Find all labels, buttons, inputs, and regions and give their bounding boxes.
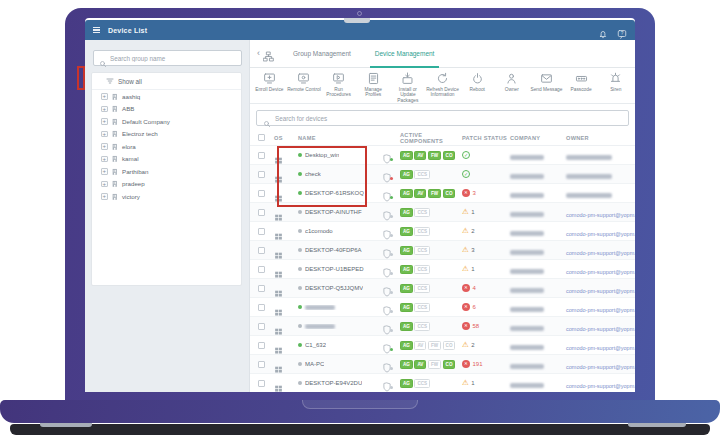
device-name[interactable]: DESKTOP-Q5JJQMV <box>305 285 363 291</box>
owner-email-link[interactable]: comodo-pm-support@yopm... <box>566 288 635 294</box>
device-search-input[interactable] <box>275 115 622 122</box>
toolbar-remote-control-button[interactable]: Remote Control <box>287 72 322 92</box>
row-checkbox[interactable] <box>258 304 265 311</box>
component-badge: CO <box>443 189 456 198</box>
table-row[interactable]: DESKTOP-E94V2DUAGCCS⚠1comodo-pm-support@… <box>250 374 635 392</box>
row-checkbox[interactable] <box>258 361 265 368</box>
device-name[interactable]: DESKTOP-U1BEPED <box>305 266 364 272</box>
toolbar-manage-profiles-button[interactable]: Manage Profiles <box>356 72 391 98</box>
annotation-edge-box <box>77 66 85 90</box>
owner-email-link[interactable]: comodo-pm-support@yopm... <box>566 250 635 256</box>
column-header: NAME <box>298 135 382 141</box>
table-row[interactable]: DESKTOP-40FDP6AAGCCS⚠3comodo-pm-support@… <box>250 241 635 260</box>
select-all-checkbox[interactable] <box>258 134 265 141</box>
row-checkbox[interactable] <box>258 285 265 292</box>
row-checkbox[interactable] <box>258 152 265 159</box>
toolbar-owner-button[interactable]: Owner <box>494 72 529 92</box>
sidebar-group-item[interactable]: +kamal <box>92 153 241 166</box>
table-row[interactable]: DESKTOP-U1BEPEDAGCCS⚠1comodo-pm-support@… <box>250 260 635 279</box>
device-name[interactable]: C1_632 <box>305 342 326 348</box>
expand-icon[interactable]: + <box>101 106 108 113</box>
laptop-lid-notch <box>302 400 418 409</box>
toolbar-send-message-button[interactable]: Send Message <box>529 72 564 92</box>
owner-email-link[interactable]: comodo-pm-support@yopm... <box>566 326 635 332</box>
group-list: +aashiq+ABB+Default Company+Electroz tec… <box>92 90 241 203</box>
owner-email-link[interactable]: comodo-pm-support@yopm... <box>566 345 635 351</box>
sidebar-group-item[interactable]: +victory <box>92 190 241 203</box>
redacted-company <box>510 155 544 160</box>
laptop-mockup: Device List ? Show all <box>0 0 720 435</box>
expand-icon[interactable]: + <box>101 181 108 188</box>
row-checkbox[interactable] <box>258 171 265 178</box>
owner-email-link[interactable]: comodo-pm-support@yopm... <box>566 364 635 370</box>
sidebar-group-item[interactable]: +elora <box>92 140 241 153</box>
device-name[interactable]: DESKTOP-40FDP6A <box>305 247 362 253</box>
menu-icon[interactable] <box>93 27 100 34</box>
owner-email-link[interactable]: comodo-pm-support@yopm... <box>566 212 635 218</box>
show-all-button[interactable]: Show all <box>92 73 241 90</box>
redacted-company <box>510 193 544 198</box>
sidebar-group-item[interactable]: +ABB <box>92 103 241 116</box>
patch-count: 58 <box>473 323 480 329</box>
sidebar-group-item[interactable]: +Default Company <box>92 115 241 128</box>
group-tree-icon[interactable] <box>263 48 274 59</box>
toolbar-button-label: Manage Profiles <box>356 87 391 99</box>
row-checkbox[interactable] <box>258 380 265 387</box>
row-checkbox[interactable] <box>258 342 265 349</box>
tab-device-management[interactable]: Device Management <box>370 40 440 68</box>
collapse-sidebar-icon[interactable]: ‹ <box>257 49 260 58</box>
row-checkbox[interactable] <box>258 209 265 216</box>
row-checkbox[interactable] <box>258 228 265 235</box>
company-cell <box>510 146 566 164</box>
device-name[interactable]: MA-PC <box>305 361 324 367</box>
row-checkbox[interactable] <box>258 266 265 273</box>
sidebar-group-item[interactable]: +pradeep <box>92 178 241 191</box>
owner-email-link[interactable]: comodo-pm-support@yopm... <box>566 307 635 313</box>
group-search-input[interactable] <box>110 55 236 62</box>
expand-icon[interactable]: + <box>101 156 108 163</box>
toolbar-siren-button[interactable]: Siren <box>598 72 633 92</box>
help-icon[interactable]: ? <box>617 25 627 35</box>
toolbar-install-or-update-packages-button[interactable]: Install or Update Packages <box>391 72 426 104</box>
row-checkbox[interactable] <box>258 190 265 197</box>
status-dot <box>298 210 302 214</box>
toolbar-passcode-button[interactable]: Passcode <box>564 72 599 92</box>
table-row[interactable]: c1comodoAGCCS⚠2comodo-pm-support@yopm... <box>250 222 635 241</box>
component-badge: CCS <box>414 227 430 236</box>
passcode-icon <box>575 72 588 85</box>
notification-icon[interactable] <box>598 25 608 35</box>
owner-email-link[interactable]: comodo-pm-support@yopm... <box>566 269 635 275</box>
device-name[interactable]: DESKTOP-E94V2DU <box>305 380 362 386</box>
row-checkbox[interactable] <box>258 247 265 254</box>
device-search-box[interactable] <box>256 110 629 126</box>
patch-warning-icon: ⚠ <box>462 246 469 254</box>
sidebar-group-item[interactable]: +aashiq <box>92 90 241 103</box>
sidebar-group-item[interactable]: +Parthiban <box>92 165 241 178</box>
owner-email-link[interactable]: comodo-pm-support@yopm... <box>566 231 635 237</box>
device-security-shield-icon <box>382 321 392 331</box>
row-checkbox[interactable] <box>258 323 265 330</box>
table-row[interactable]: DESKTOP-Q5JJQMVAGCCS✕4comodo-pm-support@… <box>250 279 635 298</box>
component-badge: AG <box>400 170 413 179</box>
toolbar-refresh-device-information-button[interactable]: Refresh Device Information <box>425 72 460 98</box>
sidebar-group-item[interactable]: +Electroz tech <box>92 128 241 141</box>
table-row[interactable]: MA-PCAGAVFWCO✕191comodo-pm-support@yopm.… <box>250 355 635 374</box>
expand-icon[interactable]: + <box>101 193 108 200</box>
table-row[interactable]: C1_632AGAVFWCO⚠2comodo-pm-support@yopm..… <box>250 336 635 355</box>
expand-icon[interactable]: + <box>101 93 108 100</box>
toolbar-run-procedures-button[interactable]: Run Procedures <box>321 72 356 98</box>
tab-group-management[interactable]: Group Management <box>288 40 356 68</box>
expand-icon[interactable]: + <box>101 168 108 175</box>
toolbar-enroll-device-button[interactable]: Enroll Device <box>252 72 287 92</box>
toolbar-reboot-button[interactable]: Reboot <box>460 72 495 92</box>
app-body: Show all +aashiq+ABB+Default Company+Ele… <box>85 40 635 392</box>
device-name[interactable]: DESKTOP-AINUTHF <box>305 209 362 215</box>
owner-email-link[interactable]: comodo-pm-support@yopm... <box>566 383 635 389</box>
expand-icon[interactable]: + <box>101 131 108 138</box>
device-name[interactable]: c1comodo <box>305 228 333 234</box>
table-row[interactable]: AGCCS✕6comodo-pm-support@yopm... <box>250 298 635 317</box>
table-row[interactable]: AGCCS✕58comodo-pm-support@yopm... <box>250 317 635 336</box>
group-search-box[interactable] <box>93 50 242 66</box>
expand-icon[interactable]: + <box>101 143 108 150</box>
expand-icon[interactable]: + <box>101 118 108 125</box>
